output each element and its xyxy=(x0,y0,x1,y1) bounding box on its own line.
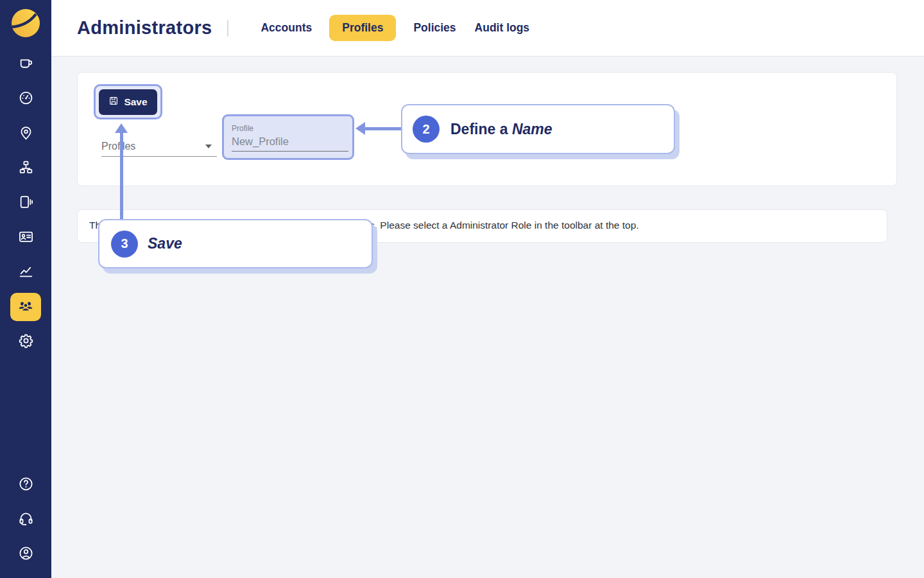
door-reader-icon xyxy=(18,194,34,213)
sidebar-item-account[interactable] xyxy=(0,537,51,572)
sidebar-item-locations[interactable] xyxy=(0,116,51,151)
sidebar-item-settings[interactable] xyxy=(0,324,51,359)
page-title: Administrators xyxy=(77,17,212,39)
brand-logo[interactable] xyxy=(12,9,40,37)
line-chart-icon xyxy=(18,263,34,282)
users-group-icon xyxy=(17,297,34,317)
callout-step-3-text: Save xyxy=(148,235,182,252)
save-button-label: Save xyxy=(124,96,147,108)
location-pin-icon xyxy=(18,125,34,143)
callout-step-3-text-italic: Save xyxy=(148,235,182,252)
arrow-to-field-head xyxy=(355,122,365,135)
sitemap-icon xyxy=(18,159,34,178)
callout-step-2-text: Define a Name xyxy=(450,121,552,138)
active-nav-pill xyxy=(10,293,41,321)
sidebar xyxy=(0,0,51,578)
callout-step-3: 3 Save xyxy=(98,219,373,268)
callout-step-2-text-regular: Define a xyxy=(450,121,512,137)
profile-name-input[interactable]: New_Profile xyxy=(232,136,348,152)
save-button[interactable]: Save xyxy=(99,89,157,115)
sidebar-item-support[interactable] xyxy=(0,502,51,537)
header: Administrators Accounts Profiles Policie… xyxy=(51,0,924,57)
sidebar-nav xyxy=(0,47,51,359)
sidebar-item-sitemap[interactable] xyxy=(0,151,51,186)
profile-field-label: Profile xyxy=(232,124,345,133)
step-3-badge: 3 xyxy=(111,231,138,258)
arrow-to-save-line xyxy=(120,132,123,219)
tab-policies[interactable]: Policies xyxy=(412,15,457,41)
arrow-to-field-line xyxy=(364,127,401,130)
sidebar-item-mug[interactable] xyxy=(0,47,51,82)
message-text-suffix: s. Please select a Administrator Role in… xyxy=(370,220,639,231)
arrow-to-save-head xyxy=(115,123,128,133)
headset-icon xyxy=(18,511,34,529)
sidebar-bottom-nav xyxy=(0,468,51,572)
sidebar-item-administrators[interactable] xyxy=(0,290,51,324)
help-circle-icon xyxy=(18,476,34,495)
account-circle-icon xyxy=(18,545,34,564)
mug-icon xyxy=(18,55,34,74)
title-separator xyxy=(227,20,228,37)
profiles-dropdown-value: Profiles xyxy=(101,141,135,152)
id-card-icon xyxy=(18,229,34,247)
tab-accounts[interactable]: Accounts xyxy=(259,15,313,41)
sidebar-item-dashboard[interactable] xyxy=(0,82,51,116)
app-screen: Administrators Accounts Profiles Policie… xyxy=(0,0,924,578)
sidebar-item-id-card[interactable] xyxy=(0,220,51,255)
tab-profiles[interactable]: Profiles xyxy=(329,15,396,41)
sidebar-item-help[interactable] xyxy=(0,468,51,502)
profiles-dropdown[interactable]: Profiles xyxy=(101,137,217,157)
tab-audit-logs[interactable]: Audit logs xyxy=(474,15,531,41)
step-2-badge: 2 xyxy=(413,116,440,143)
save-icon xyxy=(108,96,119,109)
callout-step-2: 2 Define a Name xyxy=(401,104,675,154)
callout-step-2-text-italic: Name xyxy=(512,121,552,137)
save-button-highlight: Save xyxy=(94,84,162,119)
chevron-down-icon xyxy=(205,144,212,148)
dashboard-gauge-icon xyxy=(18,90,34,109)
sidebar-item-door-reader[interactable] xyxy=(0,186,51,220)
sidebar-item-analytics[interactable] xyxy=(0,255,51,290)
profile-field-highlight: Profile New_Profile xyxy=(222,114,354,160)
gear-icon xyxy=(18,333,34,351)
header-tabs: Accounts Profiles Policies Audit logs xyxy=(259,15,531,41)
